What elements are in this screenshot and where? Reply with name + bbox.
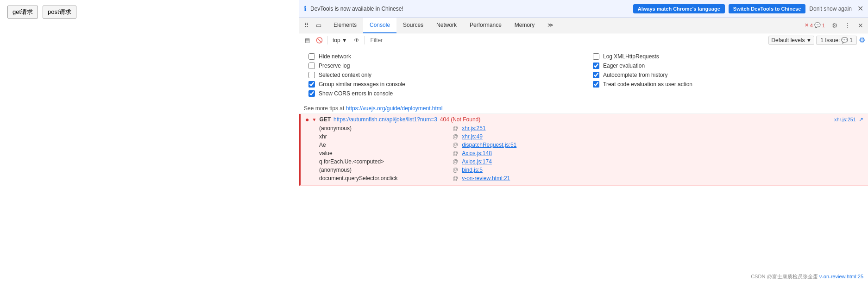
autocomplete-label: Autocomplete from history	[603, 72, 667, 78]
attribution-link[interactable]: v-on-review.html:25	[819, 274, 863, 279]
log-xhr-label: Log XMLHttpRequests	[603, 53, 659, 60]
stack-trace: (anonymous) @ xhr.js:251 xhr @ xhr.js:49…	[305, 123, 863, 183]
page-area: get请求 post请求	[0, 0, 299, 282]
tab-more[interactable]: ≫	[541, 18, 560, 33]
stack-at-1: @	[453, 133, 458, 140]
stack-file-0[interactable]: xhr.js:251	[462, 125, 485, 132]
tip-text: See more tips at	[304, 105, 346, 112]
error-source-link[interactable]: xhr.js:251	[834, 117, 856, 122]
group-similar-checkbox[interactable]	[308, 81, 315, 88]
always-match-button[interactable]: Always match Chrome's language	[633, 4, 725, 13]
preserve-log-row: Preserve log	[308, 61, 574, 70]
stack-row-0: (anonymous) @ xhr.js:251	[319, 124, 863, 132]
error-url[interactable]: https://autumnfish.cn/api/joke/list1?num…	[333, 116, 437, 123]
console-toolbar: ▤ 🚫 top ▼ 👁 Default levels ▼ 1 Issue: 💬 …	[299, 33, 868, 47]
issue-badge[interactable]: 1 Issue: 💬 1	[816, 36, 857, 45]
issue-count: 1	[849, 37, 853, 44]
context-label: top	[333, 37, 340, 44]
console-settings-icon[interactable]: ⚙	[859, 36, 865, 44]
warn-icon: 💬	[814, 22, 821, 28]
stack-file-2[interactable]: dispatchRequest.js:51	[462, 142, 516, 148]
toolbar-separator-2	[365, 36, 365, 44]
close-banner-icon[interactable]: ✕	[857, 4, 863, 13]
preserve-log-checkbox[interactable]	[308, 63, 315, 69]
switch-to-chinese-button[interactable]: Switch DevTools to Chinese	[729, 4, 806, 13]
tab-bar-right: ✕ 4 💬 1 ⚙ ⋮ ✕	[802, 20, 866, 31]
preserve-log-label: Preserve log	[319, 63, 350, 69]
tab-elements[interactable]: Elements	[327, 18, 363, 33]
tab-sources[interactable]: Sources	[396, 18, 430, 33]
show-cors-row: Show CORS errors in console	[308, 89, 574, 98]
eager-eval-row: Eager evaluation	[593, 61, 859, 70]
post-button[interactable]: post请求	[43, 6, 76, 19]
hide-network-label: Hide network	[319, 53, 351, 60]
stack-file-5[interactable]: bind.js:5	[462, 167, 483, 173]
hide-network-checkbox[interactable]	[308, 53, 315, 60]
dont-show-link[interactable]: Don't show again	[809, 6, 852, 12]
stack-file-6[interactable]: v-on-review.html:21	[462, 175, 510, 182]
selected-context-checkbox[interactable]	[308, 72, 315, 78]
show-cors-checkbox[interactable]	[308, 90, 315, 97]
error-badge[interactable]: ✕ 4 💬 1	[802, 21, 827, 29]
stack-fn-5: (anonymous)	[319, 167, 449, 173]
stack-file-3[interactable]: Axios.js:148	[462, 150, 492, 157]
default-levels-dropdown[interactable]: Default levels ▼	[768, 36, 814, 45]
stack-at-0: @	[453, 125, 458, 132]
tab-bar: ⠿ ▭ Elements Console Sources Network Per…	[299, 18, 868, 33]
stack-at-3: @	[453, 150, 458, 157]
log-xhr-checkbox[interactable]	[593, 53, 599, 60]
selected-context-row: Selected context only	[308, 70, 574, 80]
tab-network[interactable]: Network	[430, 18, 463, 33]
log-xhr-row: Log XMLHttpRequests	[593, 52, 859, 61]
error-x-icon: ✕	[805, 22, 809, 28]
hide-network-row: Hide network	[308, 52, 574, 61]
stack-row-4: q.forEach.Ue.<computed> @ Axios.js:174	[319, 157, 863, 166]
more-options-icon[interactable]: ⋮	[842, 20, 853, 31]
stack-at-4: @	[453, 158, 458, 165]
sidebar-toggle-icon[interactable]: ▤	[302, 35, 312, 45]
autocomplete-checkbox[interactable]	[593, 72, 599, 78]
tab-console[interactable]: Console	[363, 18, 396, 33]
group-similar-row: Group similar messages in console	[308, 80, 574, 89]
selected-context-label: Selected context only	[319, 72, 371, 78]
settings-icon[interactable]: ⚙	[829, 20, 840, 31]
levels-dropdown-icon: ▼	[806, 37, 811, 44]
clear-console-icon[interactable]: 🚫	[314, 35, 324, 45]
context-selector[interactable]: top ▼	[330, 36, 350, 44]
get-button[interactable]: get请求	[7, 6, 38, 19]
close-devtools-icon[interactable]: ✕	[855, 20, 866, 31]
issue-warn-icon: 💬	[841, 37, 848, 44]
eager-eval-checkbox[interactable]	[593, 63, 599, 69]
stack-fn-1: xhr	[319, 133, 449, 140]
inspect-icon[interactable]: ⠿	[301, 20, 312, 31]
treat-code-label: Treat code evaluation as user action	[603, 81, 692, 88]
stack-file-4[interactable]: Axios.js:174	[462, 158, 492, 165]
error-dot-icon: ●	[305, 116, 309, 123]
default-levels-label: Default levels	[771, 37, 805, 44]
banner-message: DevTools is now available in Chinese!	[310, 6, 629, 12]
device-icon[interactable]: ▭	[313, 20, 324, 31]
error-header: ● ▼ GET https://autumnfish.cn/api/joke/l…	[305, 116, 863, 123]
settings-right-col: Log XMLHttpRequests Eager evaluation Aut…	[593, 52, 859, 98]
console-content[interactable]: See more tips at https://vuejs.org/guide…	[299, 103, 868, 282]
autocomplete-row: Autocomplete from history	[593, 70, 859, 80]
tip-link[interactable]: https://vuejs.org/guide/deployment.html	[346, 105, 443, 112]
tab-performance[interactable]: Performance	[463, 18, 508, 33]
error-expand-icon[interactable]: ▼	[312, 117, 316, 122]
eye-icon[interactable]: 👁	[352, 35, 362, 45]
toolbar-separator-1	[327, 36, 327, 44]
stack-fn-6: document.querySelector.onclick	[319, 175, 449, 182]
tab-memory[interactable]: Memory	[508, 18, 541, 33]
error-source-icon[interactable]: ↗	[859, 116, 863, 123]
tab-bar-left-icons: ⠿ ▭	[301, 20, 324, 31]
stack-fn-4: q.forEach.Ue.<computed>	[319, 158, 449, 165]
error-entry: ● ▼ GET https://autumnfish.cn/api/joke/l…	[299, 114, 868, 186]
error-method: GET	[319, 116, 331, 123]
treat-code-checkbox[interactable]	[593, 81, 599, 88]
eager-eval-label: Eager evaluation	[603, 63, 645, 69]
error-status: 404 (Not Found)	[440, 116, 480, 123]
stack-row-5: (anonymous) @ bind.js:5	[319, 166, 863, 174]
stack-row-1: xhr @ xhr.js:49	[319, 132, 863, 141]
stack-file-1[interactable]: xhr.js:49	[462, 133, 483, 140]
filter-input[interactable]	[368, 36, 767, 44]
